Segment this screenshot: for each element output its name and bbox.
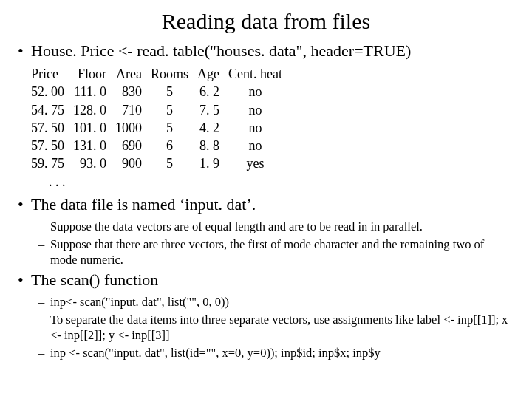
bullet-dot: • xyxy=(18,270,31,290)
sub-text: To separate the data items into three se… xyxy=(50,312,514,344)
bullet-text: House. Price <- read. table("houses. dat… xyxy=(31,41,411,61)
bullet-dot: • xyxy=(18,195,31,214)
data-table: Price Floor Area Rooms Age Cent. heat 52… xyxy=(31,65,514,191)
bullet-scan-function: • The scan() function xyxy=(18,270,514,290)
dash-icon: – xyxy=(38,345,50,361)
table-row: 57. 50 131. 0 690 6 8. 8 no xyxy=(31,137,291,154)
page-title: Reading data from files xyxy=(18,9,514,34)
col-header: Area xyxy=(115,65,151,83)
dash-icon: – xyxy=(38,294,50,310)
bullet-read-table: • House. Price <- read. table("houses. d… xyxy=(18,41,514,61)
bullet-text: The data file is named ‘input. dat’. xyxy=(31,195,256,214)
sub-text: inp <- scan("input. dat", list(id="", x=… xyxy=(50,345,514,361)
sub-three-vectors: – Suppose that there are three vectors, … xyxy=(38,236,514,268)
bullet-dot: • xyxy=(18,41,31,61)
sub-scan-named: – inp <- scan("input. dat", list(id="", … xyxy=(38,345,514,361)
sub-separate-vectors: – To separate the data items into three … xyxy=(38,312,514,344)
sub-text: Suppose the data vectors are of equal le… xyxy=(50,219,514,234)
dash-icon: – xyxy=(38,219,50,234)
table-row: 54. 75 128. 0 710 5 7. 5 no xyxy=(31,101,291,119)
table-row: 59. 75 93. 0 900 5 1. 9 yes xyxy=(31,154,291,172)
table-header-row: Price Floor Area Rooms Age Cent. heat xyxy=(31,65,291,83)
sub-text: Suppose that there are three vectors, th… xyxy=(50,236,514,268)
bullet-text: The scan() function xyxy=(31,270,158,290)
col-header: Age xyxy=(197,65,228,83)
dash-icon: – xyxy=(38,236,50,268)
col-header: Price xyxy=(31,65,73,83)
sub-equal-length: – Suppose the data vectors are of equal … xyxy=(38,219,514,234)
table-row: 57. 50 101. 0 1000 5 4. 2 no xyxy=(31,119,291,137)
sub-scan-call: – inp<- scan("input. dat", list("", 0, 0… xyxy=(38,294,514,310)
table-ellipsis: . . . xyxy=(31,173,514,191)
col-header: Floor xyxy=(73,65,115,83)
col-header: Cent. heat xyxy=(228,65,291,83)
table-row: 52. 00 111. 0 830 5 6. 2 no xyxy=(31,83,291,100)
col-header: Rooms xyxy=(151,65,197,83)
sub-text: inp<- scan("input. dat", list("", 0, 0)) xyxy=(50,294,514,310)
dash-icon: – xyxy=(38,312,50,344)
bullet-input-dat: • The data file is named ‘input. dat’. xyxy=(18,195,514,214)
